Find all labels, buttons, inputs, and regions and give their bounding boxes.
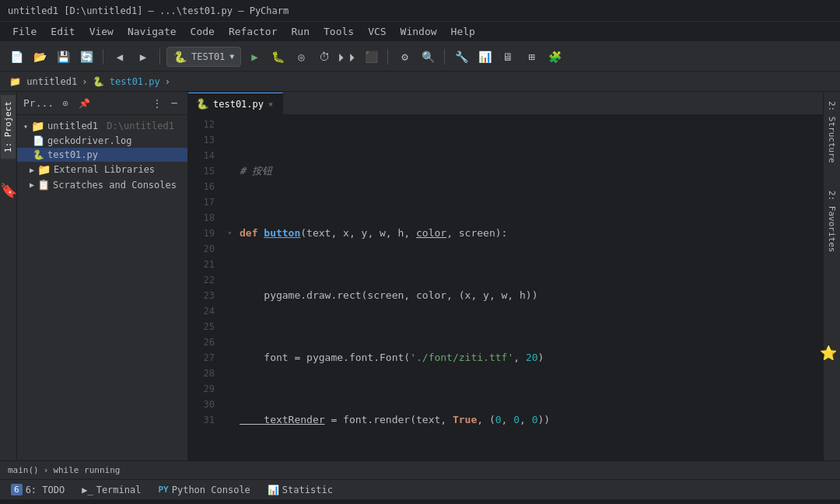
python-console-tab[interactable]: PY Python Console (150, 481, 257, 499)
menu-code[interactable]: Code (184, 24, 221, 39)
log-file-icon: 📄 (33, 135, 44, 146)
menu-navigate[interactable]: Navigate (121, 24, 183, 39)
sidebar-collapse-button[interactable]: ─ (167, 96, 181, 110)
menu-view[interactable]: View (83, 24, 120, 39)
menu-help[interactable]: Help (445, 24, 481, 39)
coverage-button[interactable]: ◎ (291, 47, 311, 67)
sidebar-tree: ▾ 📁 untitled1 D:\untitled1 📄 geckodriver… (17, 115, 187, 460)
sidebar-scope-button[interactable]: ⊙ (58, 96, 72, 110)
debug-button[interactable]: 🐛 (268, 47, 288, 67)
ln-23: 23 (188, 288, 215, 303)
menu-refactor[interactable]: Refactor (222, 24, 284, 39)
breadcrumb-file[interactable]: 🐍 test01.py (93, 76, 160, 87)
terminal-tab[interactable]: ▶_ Terminal (74, 481, 149, 499)
statistic-tab[interactable]: 📊 Statistic (260, 481, 341, 499)
editor-tabs: 🐍 test01.py ✕ (188, 92, 823, 115)
menu-vcs[interactable]: VCS (362, 24, 392, 39)
back-button[interactable]: ◀ (110, 47, 130, 67)
settings-button[interactable]: ⚙ (394, 47, 415, 67)
root-folder-icon: 📁 (31, 120, 44, 132)
editor-area: 🐍 test01.py ✕ 12 13 14 15 16 17 18 19 20… (188, 92, 823, 460)
todo-tab-label: 6: TODO (26, 485, 65, 495)
menu-window[interactable]: Window (394, 24, 443, 39)
star-icon[interactable]: ⭐ (817, 341, 840, 364)
window-title: untitled1 [D:\untitled1] – ...\test01.py… (8, 5, 289, 16)
new-file-button[interactable]: 📄 (6, 47, 26, 67)
fold-13[interactable]: ▾ (227, 226, 236, 241)
file-test01py: test01.py (47, 149, 98, 160)
todo-tab[interactable]: 6 6: TODO (3, 481, 72, 499)
menu-bar: File Edit View Navigate Code Refactor Ru… (0, 22, 840, 42)
breadcrumb-folder[interactable]: 📁 untitled1 (9, 76, 77, 87)
ext-libs-icon: 📁 (37, 163, 51, 176)
breadcrumb-arrow: › (165, 76, 170, 87)
tool1-button[interactable]: 🔧 (451, 47, 471, 67)
code-line-14: pygame.draw.rect(screen, color, (x, y, w… (227, 288, 823, 303)
tree-item-geckodriver[interactable]: 📄 geckodriver.log (17, 134, 187, 148)
ln-12: 12 (188, 117, 215, 132)
breadcrumb-sep: › (82, 76, 87, 87)
code-editor[interactable]: 12 13 14 15 16 17 18 19 20 21 22 23 24 2… (188, 115, 823, 460)
sidebar: Pr... ⊙ 📌 ⋮ ─ ▾ 📁 untitled1 D:\untitled1 (17, 92, 188, 460)
tool4-button[interactable]: ⊞ (521, 47, 541, 67)
tree-item-test01py[interactable]: 🐍 test01.py (17, 148, 187, 162)
ln-20: 20 (188, 241, 215, 257)
ln-29: 29 (188, 381, 215, 397)
ln-19: 19 (188, 226, 215, 241)
search-button[interactable]: 🔍 (418, 47, 438, 67)
breadcrumb-main: main() (8, 465, 39, 475)
breadcrumb-context: while running (53, 465, 120, 475)
bookmark-icon[interactable]: 🔖 (0, 182, 17, 198)
ext-libs-label: External Libraries (54, 164, 155, 175)
ln-18: 18 (188, 210, 215, 226)
title-bar: untitled1 [D:\untitled1] – ...\test01.py… (0, 0, 840, 22)
tool5-button[interactable]: 🧩 (544, 47, 565, 67)
run-config-selector[interactable]: 🐍 TEST01 ▼ (166, 47, 241, 67)
tab-close-button[interactable]: ✕ (268, 100, 273, 108)
ln-31: 31 (188, 412, 215, 428)
terminal-tab-label: Terminal (96, 485, 142, 495)
run-with-button[interactable]: ⏵⏵ (338, 47, 358, 67)
editor-breadcrumb: main() › while running (0, 460, 840, 479)
code-content[interactable]: # 按钮 ▾ def button(text, x, y, w, h, colo… (221, 115, 823, 460)
ln-27: 27 (188, 350, 215, 366)
open-button[interactable]: 📂 (30, 47, 50, 67)
toolbar-separator (103, 49, 103, 65)
ln-26: 26 (188, 334, 215, 350)
stop-button[interactable]: ⬛ (361, 47, 381, 67)
ln-25: 25 (188, 319, 215, 334)
sidebar-header-left: Pr... ⊙ 📌 (23, 96, 91, 110)
menu-run[interactable]: Run (285, 24, 316, 39)
right-tab-bar: 2: Structure 2: Favorites ⭐ (823, 92, 840, 460)
ln-15: 15 (188, 163, 215, 179)
save-button[interactable]: 💾 (53, 47, 73, 67)
menu-tools[interactable]: Tools (317, 24, 360, 39)
ln-28: 28 (188, 366, 215, 381)
sidebar-pin-button[interactable]: 📌 (77, 96, 91, 110)
structure-tab[interactable]: 2: Structure (824, 95, 839, 169)
file-geckodriver: geckodriver.log (47, 135, 131, 146)
sidebar-header: Pr... ⊙ 📌 ⋮ ─ (17, 92, 187, 115)
project-tab[interactable]: 1: Project (1, 95, 16, 159)
profile-button[interactable]: ⏱ (314, 47, 334, 67)
scratches-icon: 📋 (37, 179, 50, 191)
tree-item-ext-libs[interactable]: ▶ 📁 External Libraries (17, 162, 187, 177)
forward-button[interactable]: ▶ (133, 47, 153, 67)
tool2-button[interactable]: 📊 (474, 47, 495, 67)
tool3-button[interactable]: 🖥 (498, 47, 518, 67)
sidebar-menu-button[interactable]: ⋮ (150, 96, 164, 110)
terminal-icon: ▶_ (82, 485, 93, 495)
run-button[interactable]: ▶ (244, 47, 264, 67)
left-tab-bar: 1: Project 🔖 (0, 92, 17, 460)
menu-edit[interactable]: Edit (44, 24, 81, 39)
main-content: 1: Project 🔖 Pr... ⊙ 📌 ⋮ ─ ▾ 📁 untitled1 (0, 92, 840, 460)
tree-item-root[interactable]: ▾ 📁 untitled1 D:\untitled1 (17, 118, 187, 134)
favorites-tab[interactable]: 2: Favorites (824, 184, 839, 258)
sync-button[interactable]: 🔄 (76, 47, 96, 67)
editor-tab-test01py[interactable]: 🐍 test01.py ✕ (188, 93, 283, 114)
ln-14: 14 (188, 148, 215, 163)
root-folder-name: untitled1 D:\untitled1 (47, 121, 174, 131)
menu-file[interactable]: File (6, 24, 43, 39)
tree-item-scratches[interactable]: ▶ 📋 Scratches and Consoles (17, 177, 187, 192)
ln-16: 16 (188, 179, 215, 194)
